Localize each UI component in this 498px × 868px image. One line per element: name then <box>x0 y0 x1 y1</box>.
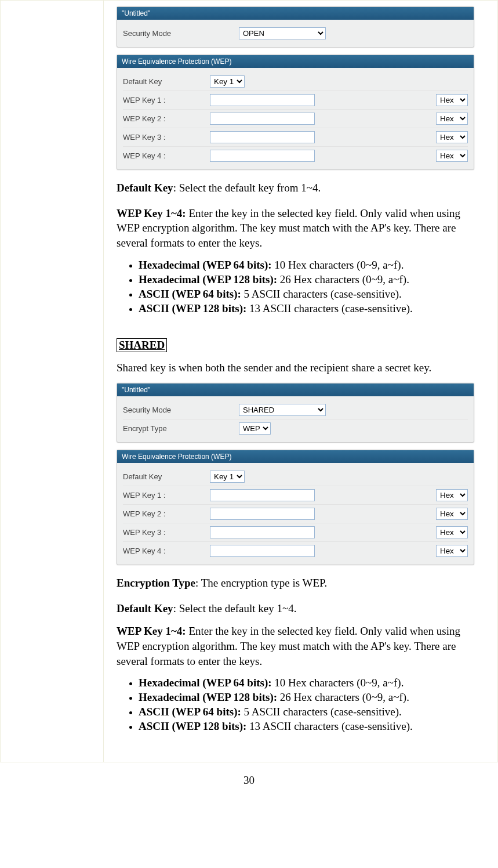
list-item: Hexadecimal (WEP 64 bits): 10 Hex charac… <box>139 677 474 689</box>
list-item-text: 13 ASCII characters (case-sensitive). <box>246 720 412 732</box>
security-mode-label: Security Mode <box>123 29 239 38</box>
list-item-text: 26 Hex characters (0~9, a~f). <box>277 691 409 703</box>
format-list-1: Hexadecimal (WEP 64 bits): 10 Hex charac… <box>139 259 474 315</box>
wep-key-2-input[interactable] <box>210 113 315 125</box>
wep-key-3-label: WEP Key 3 : <box>123 133 210 142</box>
panel-header: "Untitled" <box>117 384 474 396</box>
default-key-text: : Select the default key 1~4. <box>173 602 297 614</box>
encrypt-type-select[interactable]: WEP <box>239 422 271 435</box>
wep-panel-header: Wire Equivalence Protection (WEP) <box>117 450 474 463</box>
wep-key-4-format[interactable]: Hex <box>436 150 468 162</box>
default-key-label: Default Key <box>123 472 210 481</box>
list-item-bold: ASCII (WEP 128 bits): <box>139 720 246 732</box>
security-mode-label: Security Mode <box>123 406 239 414</box>
list-item-text: 10 Hex characters (0~9, a~f). <box>272 259 404 271</box>
list-item-bold: ASCII (WEP 64 bits): <box>139 706 241 718</box>
list-item: Hexadecimal (WEP 128 bits): 26 Hex chara… <box>139 691 474 704</box>
wep-key-1-format[interactable]: Hex <box>436 489 468 501</box>
untitled-panel-open: "Untitled" Security Mode OPEN <box>117 6 474 48</box>
default-key-bold: Default Key <box>117 182 173 194</box>
list-item: ASCII (WEP 128 bits): 13 ASCII character… <box>139 302 474 315</box>
wep-key-4-input[interactable] <box>210 150 315 162</box>
list-item-text: 26 Hex characters (0~9, a~f). <box>277 273 409 285</box>
wep-key-1-input[interactable] <box>210 94 315 106</box>
list-item: ASCII (WEP 64 bits): 5 ASCII characters … <box>139 288 474 301</box>
page-number: 30 <box>0 762 498 797</box>
encryption-type-text: : The encryption type is WEP. <box>195 577 327 589</box>
wep-key-4-label: WEP Key 4 : <box>123 547 210 555</box>
encrypt-type-label: Encrypt Type <box>123 424 239 433</box>
right-column: "Untitled" Security Mode OPEN <box>104 1 498 762</box>
wep-key-2-label: WEP Key 2 : <box>123 114 210 123</box>
wepkey-bold: WEP Key 1~4: <box>117 625 186 637</box>
list-item: Hexadecimal (WEP 64 bits): 10 Hex charac… <box>139 259 474 272</box>
panel-header: "Untitled" <box>117 7 474 20</box>
wep-key-row: WEP Key 4 : Hex <box>123 542 468 560</box>
wep-key-row: WEP Key 3 : Hex <box>123 128 468 147</box>
list-item-bold: Hexadecimal (WEP 64 bits): <box>139 677 272 689</box>
list-item-text: 5 ASCII characters (case-sensitive). <box>241 288 402 300</box>
wep-key-2-input[interactable] <box>210 508 315 520</box>
ui-panel-open: "Untitled" Security Mode OPEN <box>117 6 474 170</box>
default-key-paragraph-2: Default Key: Select the default key 1~4. <box>117 601 474 616</box>
default-key-row: Default Key Key 1 <box>123 468 468 486</box>
encryption-type-paragraph: Encryption Type: The encryption type is … <box>117 576 474 591</box>
wep-panel-header: Wire Equivalence Protection (WEP) <box>117 55 474 68</box>
untitled-panel-shared: "Untitled" Security Mode SHARED Encrypt <box>117 383 474 443</box>
default-key-text: : Select the default key from 1~4. <box>173 182 321 194</box>
left-column <box>1 1 104 762</box>
wep-key-row: WEP Key 2 : Hex <box>123 110 468 128</box>
wep-key-1-label: WEP Key 1 : <box>123 491 210 500</box>
encryption-type-bold: Encryption Type <box>117 577 195 589</box>
ui-panel-shared: "Untitled" Security Mode SHARED Encrypt <box>117 383 474 565</box>
wep-key-4-input[interactable] <box>210 545 315 557</box>
encrypt-type-row: Encrypt Type WEP <box>123 419 468 437</box>
wep-key-3-label: WEP Key 3 : <box>123 528 210 537</box>
layout-table: "Untitled" Security Mode OPEN <box>0 0 498 762</box>
wep-key-row: WEP Key 4 : Hex <box>123 147 468 165</box>
list-item-bold: ASCII (WEP 64 bits): <box>139 288 241 300</box>
wep-key-2-format[interactable]: Hex <box>436 508 468 520</box>
wep-panel-shared: Wire Equivalence Protection (WEP) Defaul… <box>117 450 474 565</box>
wep-key-2-format[interactable]: Hex <box>436 113 468 125</box>
wep-key-3-input[interactable] <box>210 131 315 143</box>
list-item-bold: Hexadecimal (WEP 64 bits): <box>139 259 272 271</box>
list-item-text: 10 Hex characters (0~9, a~f). <box>272 677 404 689</box>
wepkey-bold: WEP Key 1~4: <box>117 207 186 219</box>
format-list-2: Hexadecimal (WEP 64 bits): 10 Hex charac… <box>139 677 474 733</box>
list-item: ASCII (WEP 128 bits): 13 ASCII character… <box>139 720 474 733</box>
wep-key-row: WEP Key 1 : Hex <box>123 486 468 505</box>
wep-key-1-label: WEP Key 1 : <box>123 96 210 104</box>
wep-key-3-format[interactable]: Hex <box>436 131 468 143</box>
wepkey-paragraph: WEP Key 1~4: Enter the key in the select… <box>117 206 474 251</box>
wep-key-row: WEP Key 1 : Hex <box>123 91 468 110</box>
wep-key-1-input[interactable] <box>210 489 315 501</box>
security-mode-select[interactable]: SHARED <box>239 404 326 416</box>
list-item-bold: ASCII (WEP 128 bits): <box>139 302 246 314</box>
security-mode-row: Security Mode SHARED <box>123 401 468 419</box>
security-mode-select[interactable]: OPEN <box>239 27 326 39</box>
wep-key-3-format[interactable]: Hex <box>436 526 468 538</box>
shared-heading: SHARED <box>117 338 167 352</box>
wep-key-row: WEP Key 2 : Hex <box>123 505 468 523</box>
default-key-label: Default Key <box>123 77 210 86</box>
default-key-paragraph: Default Key: Select the default key from… <box>117 180 474 196</box>
list-item: Hexadecimal (WEP 128 bits): 26 Hex chara… <box>139 273 474 286</box>
security-mode-row: Security Mode OPEN <box>123 24 468 42</box>
list-item-text: 13 ASCII characters (case-sensitive). <box>246 302 412 314</box>
default-key-select[interactable]: Key 1 <box>210 471 245 483</box>
default-key-select[interactable]: Key 1 <box>210 75 245 88</box>
list-item: ASCII (WEP 64 bits): 5 ASCII characters … <box>139 706 474 718</box>
list-item-text: 5 ASCII characters (case-sensitive). <box>241 706 402 718</box>
wep-key-4-label: WEP Key 4 : <box>123 151 210 160</box>
default-key-bold: Default Key <box>117 602 173 614</box>
wep-key-2-label: WEP Key 2 : <box>123 509 210 518</box>
wepkey-paragraph-2: WEP Key 1~4: Enter the key in the select… <box>117 624 474 668</box>
wep-key-3-input[interactable] <box>210 526 315 538</box>
list-item-bold: Hexadecimal (WEP 128 bits): <box>139 691 277 703</box>
wep-key-1-format[interactable]: Hex <box>436 94 468 106</box>
wep-panel-open: Wire Equivalence Protection (WEP) Defaul… <box>117 55 474 170</box>
wep-key-row: WEP Key 3 : Hex <box>123 523 468 542</box>
wep-key-4-format[interactable]: Hex <box>436 545 468 557</box>
shared-intro: Shared key is when both the sender and t… <box>117 360 474 375</box>
